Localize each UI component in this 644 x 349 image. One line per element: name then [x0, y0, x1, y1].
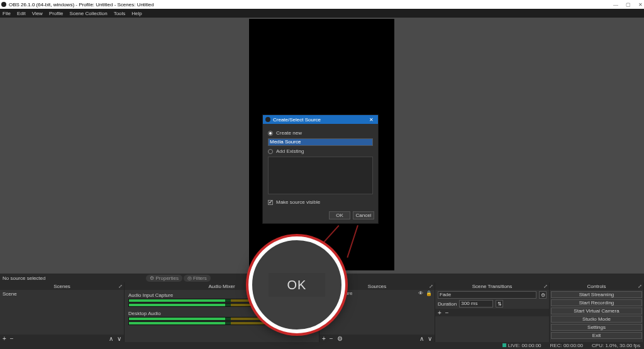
duration-label: Duration — [438, 301, 457, 307]
start-recording-button[interactable]: Start Recording — [551, 299, 642, 306]
controls-title: Controls — [587, 284, 606, 289]
no-source-label: No source selected — [3, 275, 45, 281]
transitions-panel: Scene Transitions⤢ Fade ⚙ Duration 300 m… — [435, 282, 550, 342]
menu-bar: File Edit View Profile Scene Collection … — [0, 9, 644, 18]
menu-help[interactable]: Help — [131, 11, 142, 16]
window-title: OBS 26.1.0 (64-bit, windows) - Profile: … — [9, 2, 154, 8]
scene-add-button[interactable]: + — [3, 335, 6, 342]
window-minimize-button[interactable]: — — [613, 2, 618, 8]
scene-down-button[interactable]: ∨ — [117, 335, 121, 342]
live-status: LIVE: 00:00:00 — [508, 343, 541, 348]
start-streaming-button[interactable]: Start Streaming — [551, 291, 642, 298]
duration-stepper[interactable]: ⇅ — [496, 300, 503, 307]
scene-item[interactable]: Scene — [0, 290, 124, 298]
transition-gear-button[interactable]: ⚙ — [539, 291, 547, 299]
transition-add-button[interactable]: + — [438, 309, 441, 316]
dialog-title: Create/Select Source — [273, 117, 321, 123]
source-down-button[interactable]: ∨ — [428, 335, 432, 342]
controls-panel: Controls⤢ Start Streaming Start Recordin… — [550, 282, 644, 342]
source-up-button[interactable]: ∧ — [419, 335, 424, 342]
create-new-label: Create new — [276, 130, 302, 136]
dialog-cancel-button[interactable]: Cancel — [353, 211, 374, 219]
cpu-status: CPU: 1.0%, 30.00 fps — [592, 343, 640, 348]
visibility-icon[interactable]: 👁 — [418, 291, 423, 296]
create-source-dialog: Create/Select Source ✕ Create new Media … — [262, 114, 379, 224]
radio-icon — [268, 149, 273, 154]
live-indicator-icon — [502, 343, 506, 347]
menu-tools[interactable]: Tools — [114, 11, 126, 16]
obs-logo-icon — [265, 117, 270, 122]
menu-view[interactable]: View — [32, 11, 43, 16]
source-name-input[interactable]: Media Source — [268, 138, 373, 146]
obs-logo-icon — [1, 2, 6, 7]
visible-checkbox[interactable] — [268, 200, 273, 205]
scene-remove-button[interactable]: − — [10, 335, 14, 342]
settings-button[interactable]: Settings — [551, 324, 642, 331]
duration-input[interactable]: 300 ms — [459, 300, 493, 307]
rec-status: REC: 00:00:00 — [550, 343, 583, 348]
menu-profile[interactable]: Profile — [49, 11, 64, 16]
source-add-button[interactable]: + — [322, 335, 326, 342]
window-close-button[interactable]: ✕ — [638, 2, 643, 8]
source-remove-button[interactable]: − — [330, 335, 333, 342]
radio-icon — [268, 131, 273, 136]
make-visible-label: Make source visible — [276, 199, 320, 205]
menu-file[interactable]: File — [3, 11, 11, 16]
controls-popout-icon[interactable]: ⤢ — [638, 284, 642, 289]
exit-button[interactable]: Exit — [551, 332, 642, 339]
transitions-popout-icon[interactable]: ⤢ — [543, 284, 548, 289]
transition-remove-button[interactable]: − — [445, 309, 449, 316]
mixer-title: Audio Mixer — [208, 284, 235, 289]
magnified-ok-button: OK — [269, 273, 325, 297]
scenes-panel: Scenes⤢ Scene + − ∧ ∨ — [0, 282, 125, 342]
transitions-title: Scene Transitions — [472, 284, 513, 289]
menu-scene-collection[interactable]: Scene Collection — [70, 11, 108, 16]
source-gear-button[interactable]: ⚙ — [337, 335, 343, 342]
properties-button[interactable]: ⚙Properties — [146, 275, 182, 282]
transition-select[interactable]: Fade — [438, 291, 536, 299]
mixer-track-label: Audio Input Capture — [128, 292, 173, 298]
sources-title: Sources — [368, 284, 386, 289]
window-maximize-button[interactable]: ▢ — [626, 2, 631, 8]
sources-popout-icon[interactable]: ⤢ — [429, 284, 433, 289]
start-virtual-camera-button[interactable]: Start Virtual Camera — [551, 307, 642, 314]
scenes-popout-icon[interactable]: ⤢ — [118, 284, 123, 289]
dialog-ok-button[interactable]: OK — [329, 211, 350, 219]
filters-icon: ◎ — [187, 275, 192, 281]
add-existing-label: Add Existing — [276, 148, 304, 154]
studio-mode-button[interactable]: Studio Mode — [551, 316, 642, 323]
status-bar: LIVE: 00:00:00 REC: 00:00:00 CPU: 1.0%, … — [0, 342, 644, 349]
menu-edit[interactable]: Edit — [17, 11, 26, 16]
existing-sources-listbox[interactable] — [268, 157, 373, 194]
add-existing-option[interactable]: Add Existing — [268, 148, 373, 154]
gear-icon: ⚙ — [150, 275, 154, 281]
lock-icon[interactable]: 🔒 — [426, 291, 432, 296]
filters-button[interactable]: ◎Filters — [184, 275, 211, 282]
dialog-close-button[interactable]: ✕ — [367, 117, 375, 123]
scene-up-button[interactable]: ∧ — [109, 335, 113, 342]
create-new-option[interactable]: Create new — [268, 130, 373, 136]
magnifier-callout: OK — [248, 236, 345, 333]
scenes-title: Scenes — [53, 284, 70, 289]
window-titlebar: OBS 26.1.0 (64-bit, windows) - Profile: … — [0, 0, 644, 9]
mixer-track-label: Desktop Audio — [128, 311, 161, 316]
